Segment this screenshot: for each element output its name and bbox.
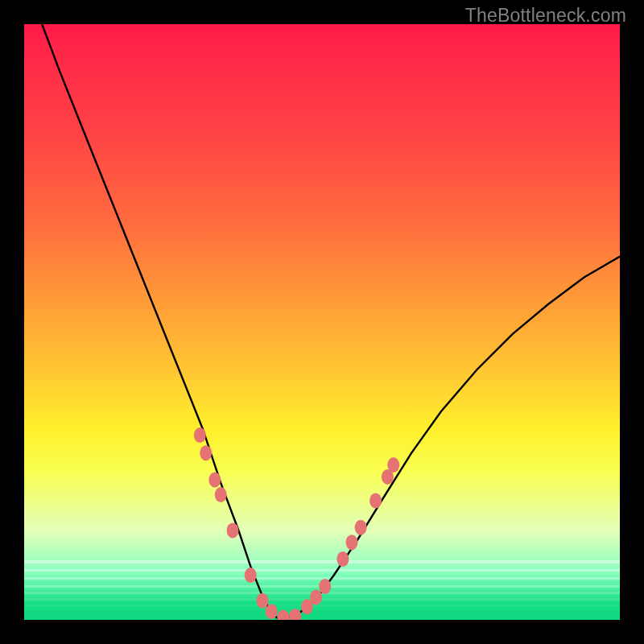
- highlight-dot: [310, 589, 322, 605]
- highlight-dot: [336, 551, 349, 567]
- chart-canvas: TheBottleneck.com: [0, 0, 644, 644]
- highlight-dot: [257, 593, 269, 609]
- highlight-dot: [208, 473, 221, 488]
- highlight-dot: [194, 427, 206, 443]
- highlight-dot: [369, 493, 382, 509]
- highlight-dot: [319, 579, 331, 594]
- highlight-dot: [355, 520, 367, 535]
- plot-area: [24, 24, 620, 620]
- highlight-dots: [194, 427, 399, 620]
- watermark-text: TheBottleneck.com: [465, 5, 626, 27]
- highlight-dot: [215, 487, 227, 502]
- curve-layer: [24, 24, 620, 620]
- highlight-dot: [277, 610, 289, 620]
- highlight-dot: [266, 604, 278, 619]
- highlight-dot: [346, 535, 358, 550]
- highlight-dot: [289, 609, 301, 620]
- highlight-dot: [200, 445, 212, 460]
- bottleneck-curve: [42, 24, 620, 620]
- highlight-dot: [245, 568, 257, 583]
- highlight-dot: [387, 457, 399, 473]
- highlight-dot: [227, 523, 239, 539]
